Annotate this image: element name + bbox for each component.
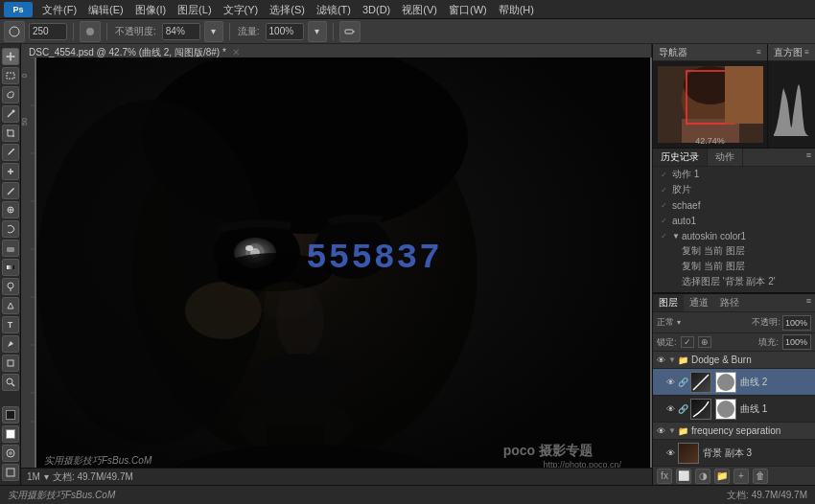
- tab-actions[interactable]: 动作: [708, 149, 743, 166]
- layer-eye-icon[interactable]: 👁: [657, 355, 665, 365]
- histogram-options[interactable]: ≡: [804, 48, 809, 57]
- tool-shape[interactable]: [2, 355, 19, 372]
- layer-eye-icon[interactable]: 👁: [666, 378, 675, 387]
- airbrush-btn[interactable]: [339, 21, 361, 42]
- menu-file[interactable]: 文件(F): [36, 0, 82, 19]
- tool-dodge[interactable]: [2, 278, 19, 295]
- brush-size-input[interactable]: [29, 23, 67, 40]
- menu-image[interactable]: 图像(I): [129, 0, 172, 19]
- svg-line-9: [8, 112, 12, 117]
- tools-panel: T: [0, 44, 21, 485]
- layers-mode-arrow[interactable]: ▾: [677, 318, 681, 327]
- svg-point-76: [245, 245, 253, 251]
- tool-brush[interactable]: [2, 182, 19, 199]
- tab-history[interactable]: 历史记录: [653, 149, 708, 166]
- layer-item-curve2[interactable]: 👁 🔗 曲线 2: [653, 369, 815, 396]
- background-color[interactable]: [2, 425, 19, 443]
- menu-3d[interactable]: 3D(D): [357, 0, 396, 19]
- layers-mask-btn[interactable]: ⬜: [676, 469, 691, 484]
- menu-view[interactable]: 视图(V): [396, 0, 443, 19]
- menu-edit[interactable]: 编辑(E): [82, 0, 129, 19]
- opacity-slider-icon[interactable]: ▾: [204, 21, 223, 42]
- foreground-color[interactable]: [2, 406, 19, 424]
- layers-toolbar: 正常 ▾ 不透明:: [653, 312, 815, 333]
- layers-lock-move[interactable]: ⊕: [698, 336, 711, 348]
- layers-options[interactable]: ≡: [803, 294, 815, 311]
- tool-history-brush[interactable]: [2, 220, 19, 238]
- history-item[interactable]: ✓ auto1: [653, 213, 815, 228]
- flow-slider-icon[interactable]: ▾: [308, 21, 327, 42]
- tool-crop[interactable]: [2, 125, 19, 142]
- tool-gradient[interactable]: [2, 259, 19, 276]
- history-item[interactable]: 复制 当前 图层: [653, 259, 815, 274]
- svg-point-11: [12, 149, 14, 150]
- histogram-title: 直方图: [774, 46, 804, 59]
- layer-group-dodge-burn[interactable]: 👁 ▼ 📁 Dodge & Burn: [653, 352, 815, 369]
- layers-fill-label: 填充:: [758, 336, 779, 349]
- tool-marquee[interactable]: [2, 67, 19, 84]
- tab-channels[interactable]: 通道: [684, 294, 714, 311]
- layer-item-curve1[interactable]: 👁 🔗 曲线 1: [653, 396, 815, 423]
- layers-group-btn[interactable]: 📁: [714, 469, 730, 484]
- layer-eye-icon[interactable]: 👁: [666, 404, 675, 414]
- layer-mask-thumbnail: [715, 399, 736, 420]
- canvas-status-size: 1M: [27, 471, 40, 482]
- menu-select[interactable]: 选择(S): [264, 0, 311, 19]
- history-label: 复制 当前 图层: [682, 244, 745, 258]
- folder-icon: 📁: [678, 426, 688, 436]
- flow-input[interactable]: [266, 23, 304, 40]
- tool-clone[interactable]: [2, 201, 19, 218]
- opacity-input[interactable]: [162, 23, 200, 40]
- history-label: 胶片: [672, 183, 691, 196]
- flow-label: 流量:: [236, 25, 262, 38]
- navigator-options[interactable]: ≡: [757, 48, 761, 57]
- layer-eye-icon[interactable]: 👁: [657, 426, 665, 436]
- history-item[interactable]: ✓ 胶片: [653, 182, 815, 197]
- menu-filter[interactable]: 滤镜(T): [311, 0, 357, 19]
- layer-item-bg-copy3[interactable]: 👁 背景 副本 3: [653, 440, 815, 466]
- tab-paths[interactable]: 路径: [714, 294, 745, 311]
- layers-lock-pixel[interactable]: ✓: [681, 336, 694, 348]
- navigator-thumbnail: [658, 66, 763, 143]
- history-item[interactable]: ✓ 动作 1: [653, 167, 815, 182]
- tool-move[interactable]: [2, 48, 19, 65]
- tool-lasso[interactable]: [2, 86, 19, 103]
- svg-text:0: 0: [21, 74, 28, 78]
- layer-eye-icon[interactable]: 👁: [666, 448, 675, 458]
- menu-help[interactable]: 帮助(H): [493, 0, 540, 19]
- tool-heal[interactable]: [2, 163, 19, 180]
- canvas-content[interactable]: 555837 实用摄影技巧FsBus.CoM poco 摄影专题 http://…: [35, 57, 652, 468]
- menu-window[interactable]: 窗口(W): [443, 0, 493, 19]
- layers-fill-input[interactable]: [782, 334, 811, 350]
- tool-text[interactable]: T: [2, 316, 19, 333]
- history-item[interactable]: 高斯模糊: [653, 289, 815, 292]
- svg-line-21: [12, 384, 14, 387]
- screen-mode[interactable]: [2, 464, 19, 481]
- history-options[interactable]: ≡: [803, 149, 815, 166]
- layers-adjustment-btn[interactable]: ◑: [695, 469, 710, 484]
- history-item[interactable]: ✓ ▼ autoskin color1: [653, 228, 815, 243]
- tool-magic-wand[interactable]: [2, 105, 19, 123]
- layers-delete-btn[interactable]: 🗑: [753, 469, 768, 484]
- tool-pen[interactable]: [2, 297, 19, 314]
- layer-group-freq-sep[interactable]: 👁 ▼ 📁 frequency separation: [653, 423, 815, 440]
- history-item[interactable]: ✓ schaef: [653, 197, 815, 213]
- history-item[interactable]: 复制 当前 图层: [653, 243, 815, 259]
- layers-opacity-input[interactable]: [782, 315, 811, 331]
- tool-zoom[interactable]: [2, 374, 19, 391]
- brush-size-btn[interactable]: [4, 21, 25, 42]
- history-label: 复制 当前 图层: [682, 260, 745, 273]
- svg-rect-87: [725, 66, 763, 124]
- tool-eyedropper[interactable]: [2, 144, 19, 161]
- tool-path-select[interactable]: [2, 335, 19, 353]
- layers-fx-btn[interactable]: fx: [657, 469, 672, 484]
- history-item[interactable]: 选择图层 '背景 副本 2': [653, 274, 815, 289]
- quick-mask[interactable]: [2, 445, 19, 462]
- brush-mode-btn[interactable]: [80, 21, 101, 42]
- layers-new-btn[interactable]: +: [734, 469, 749, 484]
- layer-name: 曲线 2: [740, 376, 811, 389]
- tab-layers[interactable]: 图层: [653, 294, 684, 311]
- menu-text[interactable]: 文字(Y): [218, 0, 265, 19]
- tool-eraser[interactable]: [2, 240, 19, 257]
- menu-layer[interactable]: 图层(L): [172, 0, 217, 19]
